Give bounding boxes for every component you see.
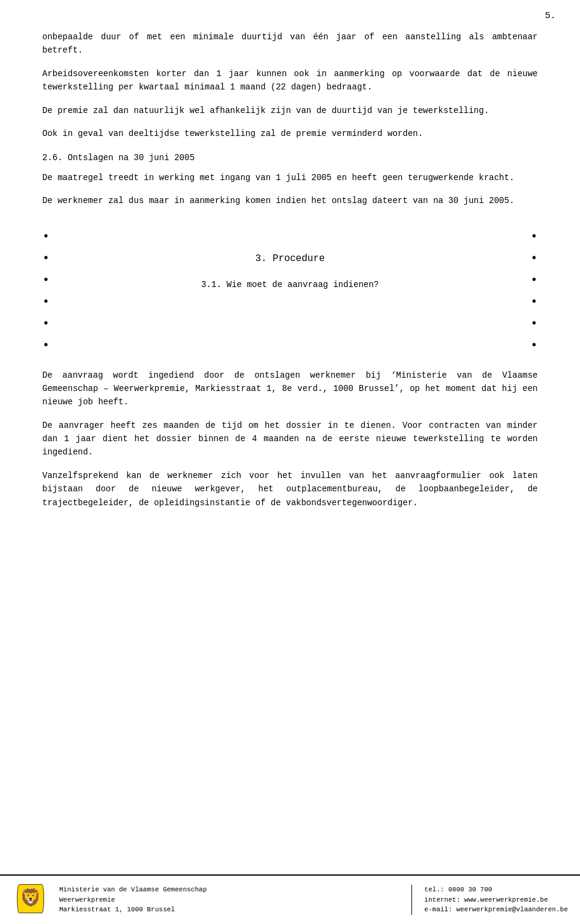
- bullet-left-3: •: [42, 270, 50, 291]
- footer: 🦁 Ministerie van de Vlaamse Gemeenschap …: [0, 874, 580, 924]
- paragraph-1: onbepaalde duur of met een minimale duur…: [42, 30, 538, 57]
- section-3-header-row: • • • • • • 3. Procedure 3.1. Wie moet d…: [42, 226, 538, 357]
- bullet-column-right: • • • • • •: [501, 226, 538, 357]
- footer-tel: tel.: 0800 30 700: [424, 885, 568, 895]
- paragraph-7: De aanvraag wordt ingediend door de onts…: [42, 369, 538, 409]
- bullet-left-4: •: [42, 291, 50, 313]
- paragraph-5: De maatregel treedt in werking met ingan…: [42, 171, 538, 184]
- paragraph-4: Ook in geval van deeltijdse tewerkstelli…: [42, 127, 538, 140]
- section-26-heading: 2.6. Ontslagen na 30 juni 2005: [42, 151, 538, 164]
- footer-right-info: tel.: 0800 30 700 internet: www.weerwerk…: [424, 885, 568, 915]
- bullet-left-2: •: [42, 248, 50, 270]
- bullet-left-5: •: [42, 313, 50, 335]
- paragraph-9: Vanzelfsprekend kan de werknemer zich vo…: [42, 469, 538, 509]
- bullet-right-4: •: [530, 291, 538, 313]
- section-3-title: 3. Procedure: [79, 248, 501, 270]
- bullet-column-left: • • • • • •: [42, 226, 79, 357]
- bullet-right-6: •: [530, 335, 538, 357]
- bullet-left-1: •: [42, 226, 50, 248]
- footer-program: Weerwerkpremie: [59, 895, 399, 905]
- subsection-31-title: 3.1. Wie moet de aanvraag indienen?: [79, 278, 501, 291]
- footer-email: e-mail: weerwerkpremie@vlaanderen.be: [424, 905, 568, 915]
- bullet-right-3: •: [530, 270, 538, 291]
- bullet-right-2: •: [530, 248, 538, 270]
- footer-internet: internet: www.weerwerkpremie.be: [424, 895, 568, 905]
- bullet-right-5: •: [530, 313, 538, 335]
- main-content: onbepaalde duur of met een minimale duur…: [0, 0, 580, 924]
- paragraph-8: De aanvrager heeft zes maanden de tijd o…: [42, 419, 538, 459]
- section-3-title-area: 3. Procedure 3.1. Wie moet de aanvraag i…: [79, 226, 501, 300]
- paragraph-2: Arbeidsovereenkomsten korter dan 1 jaar …: [42, 67, 538, 94]
- paragraph-3: De premie zal dan natuurlijk wel afhanke…: [42, 104, 538, 117]
- footer-logo: 🦁: [12, 882, 48, 918]
- bullet-left-6: •: [42, 335, 50, 357]
- page: 5. onbepaalde duur of met een minimale d…: [0, 0, 580, 924]
- bullet-right-1: •: [530, 226, 538, 248]
- footer-left-info: Ministerie van de Vlaamse Gemeenschap We…: [59, 885, 399, 915]
- page-number: 5.: [545, 11, 556, 21]
- paragraph-6: De werknemer zal dus maar in aanmerking …: [42, 194, 538, 207]
- footer-divider: [411, 885, 412, 915]
- footer-org: Ministerie van de Vlaamse Gemeenschap: [59, 885, 399, 895]
- footer-address: Markiesstraat 1, 1000 Brussel: [59, 905, 399, 915]
- flemish-lion-icon: 🦁: [14, 884, 47, 917]
- svg-text:🦁: 🦁: [20, 887, 42, 908]
